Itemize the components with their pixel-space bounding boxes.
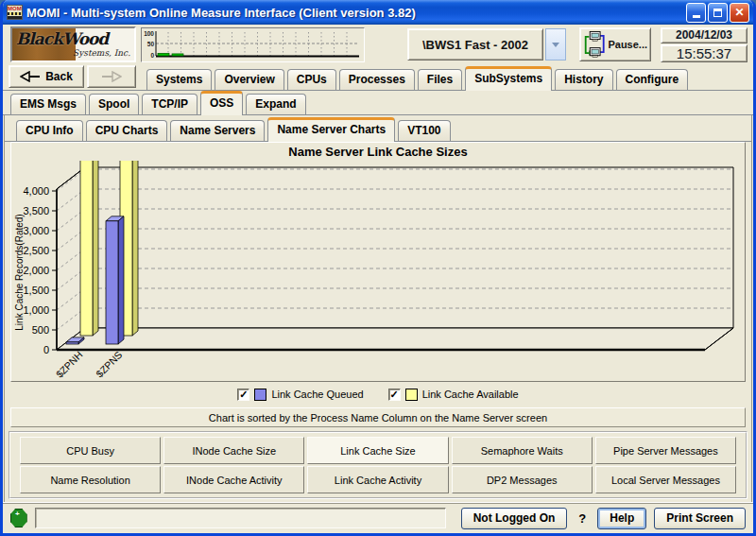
svg-text:100: 100 [144,30,154,37]
button-name-resolution[interactable]: Name Resolution [20,466,161,493]
available-swatch [405,389,418,401]
system-selector-dropdown-button[interactable] [545,28,566,61]
svg-text:$ZPNS: $ZPNS [94,349,124,379]
maximize-icon [713,9,722,17]
button-inode-cache-size[interactable]: INode Cache Size [163,437,304,464]
tab-vt100[interactable]: VT100 [398,120,450,141]
button-link-cache-size[interactable]: Link Cache Size [307,437,448,464]
maximize-button[interactable] [708,3,728,23]
subsystems-tab-bar: EMS Msgs Spool TCP/IP OSS Expand [3,91,753,115]
window-title: MOMI - Multi-system Online Measure Inter… [26,6,686,20]
toolbar: BlackWood Systems, Inc. 100500 \BWS1 Fas… [3,25,753,64]
tab-name-server-charts[interactable]: Name Server Charts [267,117,395,142]
chart-title: Name Server Link Cache Sizes [13,144,743,161]
system-selector-value[interactable]: \BWS1 Fast - 2002 [407,28,543,61]
svg-text:2,000: 2,000 [23,265,49,276]
name-server-chart: 05001,0001,5002,0002,5003,0003,5004,000L… [13,161,737,380]
bar-available-$ZPNH [80,161,98,336]
tab-cpu-charts[interactable]: CPU Charts [86,120,168,141]
date-display: 2004/12/03 [661,27,747,43]
svg-text:4,000: 4,000 [23,185,49,197]
cpu-mini-chart: 100500 [142,28,364,61]
back-button[interactable]: Back [9,65,84,88]
legend-entry-available: ✓ Link Cache Available [388,389,519,401]
tab-processes[interactable]: Processes [339,69,415,90]
blackwood-logo: BlackWood Systems, Inc. [10,26,136,62]
not-logged-on-button[interactable]: Not Logged On [461,508,568,529]
close-button[interactable]: ✕ [730,3,749,23]
sort-note: Chart is sorted by the Process Name Colu… [10,407,746,427]
tab-subsystems[interactable]: SubSystems [465,66,552,91]
button-dp2-messages[interactable]: DP2 Messages [452,466,593,493]
queued-checkbox[interactable]: ✓ [237,389,249,401]
tab-overview[interactable]: Overview [215,69,284,90]
chevron-down-icon [552,43,559,47]
svg-text:3,500: 3,500 [23,205,49,216]
chart-panel: Name Server Link Cache Sizes 05001,0001,… [10,142,746,382]
tab-name-servers[interactable]: Name Servers [170,120,265,141]
momi-icon-stripe [8,16,22,19]
tab-cpus[interactable]: CPUs [287,69,336,90]
available-checkbox[interactable]: ✓ [388,389,401,401]
help-button[interactable]: Help [597,508,646,529]
back-arrow-icon [20,71,41,82]
svg-text:500: 500 [32,324,49,336]
tab-cpu-info[interactable]: CPU Info [16,120,83,141]
momi-icon-stripe [8,12,22,15]
queued-swatch [254,389,266,401]
logo-text-wood: Wood [62,29,108,48]
main-tab-bar: Back Systems Overview CPUs Processes Fil… [3,64,753,91]
forward-button[interactable] [87,65,136,88]
svg-text:2,500: 2,500 [23,245,49,256]
title-bar: MOMI MOMI - Multi-system Online Measure … [3,0,753,25]
logo-subtext: Systems, Inc. [16,48,130,58]
oss-tab-bar: CPU Info CPU Charts Name Servers Name Se… [5,117,751,142]
button-pipe-server-messages[interactable]: Pipe Server Messages [595,437,736,464]
svg-text:1,000: 1,000 [23,304,49,316]
print-screen-button[interactable]: Print Screen [654,508,746,529]
close-icon: ✕ [734,6,744,19]
pause-button[interactable]: Pause... [579,27,651,61]
minimize-button[interactable] [686,3,706,23]
cpu-mini-chart-frame: 100500 [141,27,365,62]
system-selector[interactable]: \BWS1 Fast - 2002 [407,28,566,61]
svg-text:50: 50 [147,40,155,46]
status-message-field[interactable] [35,508,446,528]
button-cpu-busy[interactable]: CPU Busy [20,437,161,464]
question-mark-label[interactable]: ? [575,511,590,526]
status-bar: Not Logged On ? Help Print Screen [3,502,753,533]
tab-expand[interactable]: Expand [246,94,305,114]
tab-tcpip[interactable]: TCP/IP [142,94,198,114]
transfer-computers-icon [583,29,606,60]
chart-legend: ✓ Link Cache Queued ✓ Link Cache Availab… [5,384,751,405]
status-led-icon [10,509,27,527]
tab-files[interactable]: Files [418,69,462,90]
tab-spool[interactable]: Spool [89,94,139,114]
svg-text:0: 0 [150,52,154,59]
button-local-server-messages[interactable]: Local Server Messages [595,466,736,493]
tab-systems[interactable]: Systems [146,69,212,90]
oss-content-panel: CPU Info CPU Charts Name Servers Name Se… [4,115,752,502]
legend-entry-queued: ✓ Link Cache Queued [237,389,363,401]
svg-text:1,500: 1,500 [23,285,49,296]
pause-label: Pause... [608,39,647,50]
svg-text:Link Cache Records(Rated): Link Cache Records(Rated) [14,214,25,330]
available-label: Link Cache Available [422,389,519,400]
button-inode-cache-activity[interactable]: INode Cache Activity [163,466,304,493]
button-link-cache-activity[interactable]: Link Cache Activity [307,466,448,493]
svg-text:0: 0 [43,344,49,355]
app-window: MOMI MOMI - Multi-system Online Measure … [0,0,756,536]
chart-selection-grid: CPU Busy INode Cache Size Link Cache Siz… [9,431,747,499]
svg-text:$ZPNH: $ZPNH [54,349,85,380]
momi-app-icon: MOMI [7,5,23,20]
button-semaphore-waits[interactable]: Semaphore Waits [452,437,593,464]
tab-ems-msgs[interactable]: EMS Msgs [10,94,86,114]
tab-history[interactable]: History [555,69,612,90]
back-label: Back [45,70,73,83]
forward-arrow-icon [101,71,122,82]
minimize-icon [693,15,700,18]
tab-oss[interactable]: OSS [200,91,243,115]
svg-text:3,000: 3,000 [23,225,49,236]
logo-text-black: Black [16,29,62,48]
tab-configure[interactable]: Configure [616,69,689,90]
